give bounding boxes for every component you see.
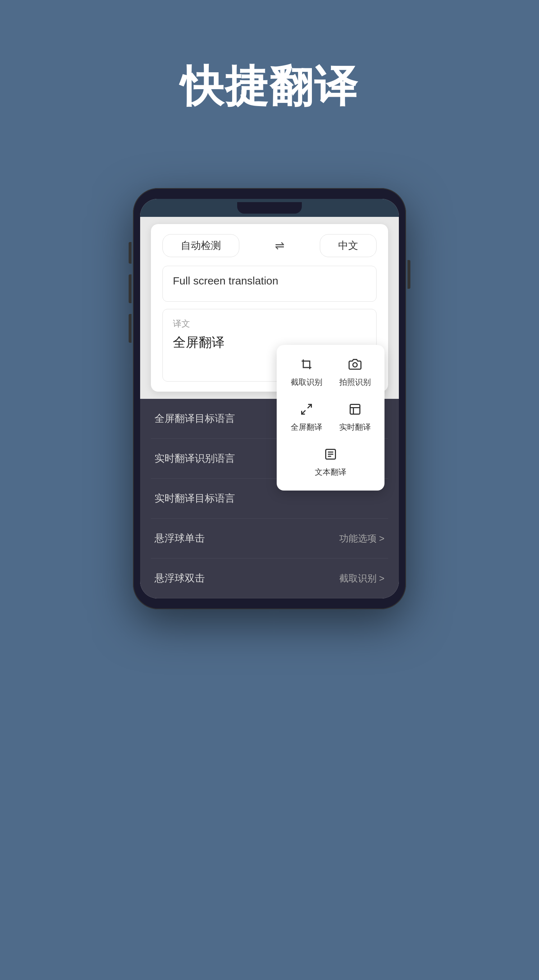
quick-action-crop[interactable]: 截取识别	[284, 352, 329, 393]
camera-icon	[349, 358, 361, 374]
phone-notch	[237, 202, 302, 214]
settings-item-float-double[interactable]: 悬浮球双击 截取识别 >	[151, 558, 388, 598]
target-language-button[interactable]: 中文	[320, 234, 377, 257]
phone-screen: 自动检测 ⇌ 中文 Full screen translation 译文 全屏翻…	[140, 199, 399, 598]
quick-action-fullscreen-label: 全屏翻译	[291, 422, 322, 433]
quick-actions-popup: 截取识别 拍照识别	[277, 345, 385, 490]
settings-item-float-single-label: 悬浮球单击	[154, 531, 205, 545]
settings-item-realtime-target-label: 实时翻译目标语言	[154, 492, 235, 505]
mute-button	[128, 242, 132, 264]
settings-item-float-single-value: 功能选项 >	[339, 532, 385, 545]
svg-line-1	[308, 404, 312, 409]
language-selector: 自动检测 ⇌ 中文	[162, 234, 377, 257]
settings-item-float-double-label: 悬浮球双击	[154, 571, 205, 585]
quick-action-crop-label: 截取识别	[291, 377, 322, 388]
fullscreen-translate-icon	[300, 403, 313, 419]
svg-point-0	[353, 363, 357, 367]
settings-item-float-single[interactable]: 悬浮球单击 功能选项 >	[151, 519, 388, 558]
quick-action-photo-label: 拍照识别	[339, 377, 371, 388]
quick-action-text[interactable]: 文本翻译	[307, 442, 354, 484]
phone-mockup: 自动检测 ⇌ 中文 Full screen translation 译文 全屏翻…	[133, 188, 406, 609]
settings-item-float-double-value: 截取识别 >	[339, 572, 385, 585]
text-translate-icon	[324, 448, 337, 464]
status-bar	[140, 199, 399, 217]
settings-item-fullscreen-lang-label: 全屏翻译目标语言	[154, 412, 235, 425]
output-label: 译文	[173, 318, 366, 329]
quick-action-realtime[interactable]: 实时翻译	[332, 397, 377, 438]
swap-languages-icon[interactable]: ⇌	[275, 239, 285, 253]
svg-line-2	[301, 410, 306, 414]
source-language-button[interactable]: 自动检测	[162, 234, 239, 257]
quick-action-photo[interactable]: 拍照识别	[332, 352, 377, 393]
phone-wrapper: 自动检测 ⇌ 中文 Full screen translation 译文 全屏翻…	[0, 188, 539, 609]
quick-action-realtime-label: 实时翻译	[339, 422, 371, 433]
volume-down-button	[128, 314, 132, 343]
power-button	[407, 260, 411, 289]
svg-rect-3	[350, 404, 360, 414]
volume-up-button	[128, 274, 132, 303]
translation-input[interactable]: Full screen translation	[162, 266, 377, 302]
settings-item-realtime-source-label: 实时翻译识别语言	[154, 452, 235, 465]
realtime-translate-icon	[349, 403, 361, 419]
quick-action-text-label: 文本翻译	[315, 467, 346, 477]
quick-action-fullscreen[interactable]: 全屏翻译	[284, 397, 329, 438]
crop-icon	[300, 358, 313, 374]
page-title: 快捷翻译	[181, 57, 358, 116]
